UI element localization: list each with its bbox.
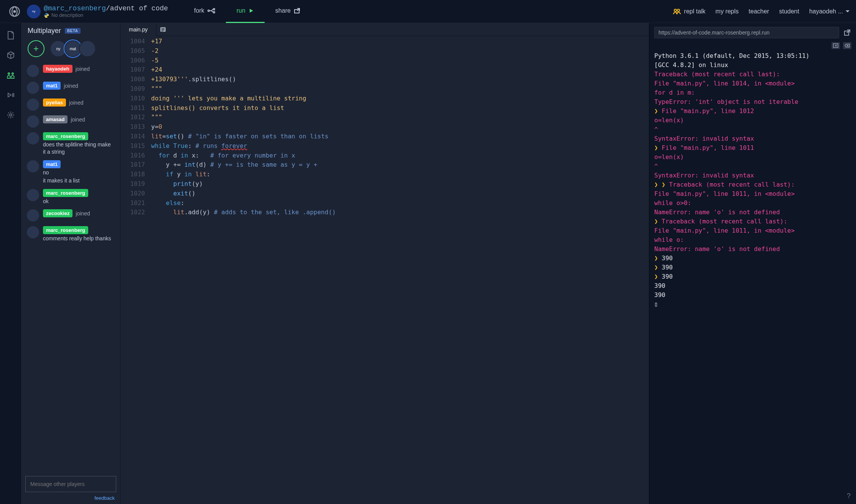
console-line: while o: [654,235,851,245]
console-line: o=len(x) [654,153,851,162]
line-number: 1016 [120,151,151,161]
user-name-badge[interactable]: mat1 [43,82,61,90]
code-line[interactable]: 1014lit=set() # "in" is faster on sets t… [120,132,649,141]
user-name-badge[interactable]: marc_rosenberg [43,226,88,234]
teacher-link[interactable]: teacher [749,8,769,15]
code-line[interactable]: 1022 lit.add(y) # adds to the set, like … [120,208,649,217]
joined-label: joined [76,210,90,217]
code-line[interactable]: 1008+130793'''.splitlines() [120,75,649,84]
svg-point-2 [208,10,209,11]
python-icon [44,13,49,18]
sidebar-title: Multiplayer [28,27,61,35]
files-icon[interactable] [6,31,15,40]
svg-rect-5 [295,10,299,13]
user-name-badge[interactable]: marc_rosenberg [43,189,88,197]
console-line: TypeError: 'int' object is not iterable [654,97,851,107]
fork-button[interactable]: fork [183,0,226,23]
line-number: 1019 [120,179,151,189]
user-name-badge[interactable]: marc_rosenberg [43,132,88,140]
run-button[interactable]: run [226,0,265,23]
student-link[interactable]: student [779,8,799,15]
console-clear-icon[interactable] [843,42,851,49]
fork-icon [207,8,215,14]
code-line[interactable]: 1005-2 [120,46,649,56]
user-name-badge[interactable]: hayaodeh [43,65,72,73]
code-line[interactable]: 1019 print(y) [120,179,649,189]
people-icon [673,8,681,15]
console-line: o=len(x) [654,116,851,125]
svg-rect-12 [161,28,165,29]
joined-label: joined [76,66,90,72]
owner-avatar-icon[interactable]: ny [27,5,41,18]
settings-icon[interactable] [6,110,15,120]
code-line[interactable]: 1020 exit() [120,189,649,199]
code-line[interactable]: 1017 y += int(d) # y += is the same as y… [120,160,649,170]
code-line[interactable]: 1015while True: # runs forever [120,141,649,151]
line-number: 1010 [120,94,151,103]
code-line[interactable]: 1013y=0 [120,122,649,132]
user-name-badge[interactable]: amasad [43,115,67,123]
user-avatar-icon [27,82,39,94]
add-player-button[interactable]: + [28,40,44,57]
user-name-badge[interactable]: pyelias [43,99,66,107]
line-number: 1018 [120,170,151,179]
code-editor[interactable]: 1004+171005-21006-51007+241008+130793'''… [120,36,649,504]
repl-talk-link[interactable]: repl talk [673,8,706,15]
svg-point-7 [677,9,680,11]
console-line: NameError: name 'o' is not defined [654,208,851,217]
console-output[interactable]: Python 3.6.1 (default, Dec 2015, 13:05:1… [650,51,856,504]
code-line[interactable]: 1012""" [120,113,649,122]
project-name: /advent of code [106,5,168,12]
editor-tab[interactable]: main.py [120,23,156,36]
code-line[interactable]: 1007+24 [120,65,649,75]
feed-item: hayaodehjoined [25,63,116,80]
share-icon [294,8,301,14]
left-rail [0,23,21,504]
message-input[interactable] [25,476,116,492]
console-line: ❯ ❯ Traceback (most recent call last): [654,180,851,189]
console-line: ❯ 390 [654,263,851,272]
code-line[interactable]: 1010doing ''' lets you make a multiline … [120,94,649,103]
project-breadcrumb[interactable]: @marc_rosenberg/advent of code [44,5,168,12]
code-line[interactable]: 1018 if y in lit: [120,170,649,179]
line-number: 1008 [120,75,151,84]
console-line: ❯ Traceback (most recent call last): [654,217,851,226]
console-line: File "main.py", line 1014, in <module> [654,79,851,88]
user-name-badge[interactable]: mat1 [43,160,61,168]
logo-icon[interactable] [6,3,23,20]
presence-avatar-icon[interactable] [79,40,96,57]
code-line[interactable]: 1021 else: [120,199,649,208]
console-line: ^ [654,125,851,134]
user-avatar-icon [27,132,39,144]
open-external-icon[interactable] [843,28,851,37]
user-avatar-icon [27,226,39,238]
header-actions: fork run share [183,0,311,23]
code-line[interactable]: 1009""" [120,84,649,94]
code-line[interactable]: 1016 for d in x: # for every number in x [120,151,649,161]
owner-handle[interactable]: @marc_rosenberg [44,5,106,12]
multiplayer-icon[interactable] [6,71,15,80]
share-button[interactable]: share [265,0,311,23]
feed-item: pyeliasjoined [25,97,116,114]
user-menu[interactable]: hayaodeh ... [809,8,850,15]
feedback-link[interactable]: feedback [21,492,120,501]
repl-url-input[interactable] [654,27,839,38]
user-name-badge[interactable]: zecookiez [43,209,72,217]
code-line[interactable]: 1011splitlines() converts it into a list [120,103,649,113]
help-icon[interactable]: ? [847,492,851,500]
presence-avatars: ny mat [50,40,96,57]
presence-row: + ny mat [21,40,120,63]
packages-icon[interactable] [6,51,15,60]
console-popout-icon[interactable] [831,42,840,49]
feed-message: it makes it a list [43,177,115,184]
file-list-icon[interactable] [156,23,170,36]
code-line[interactable]: 1006-5 [120,56,649,66]
console-line: ❯ File "main.py", line 1011 [654,143,851,153]
debugger-icon[interactable] [6,90,15,100]
joined-label: joined [69,100,83,106]
code-line[interactable]: 1004+17 [120,37,649,46]
header: ny @marc_rosenberg/advent of code No des… [0,0,856,23]
feed-message: does the splitline thing make it a strin… [43,141,115,156]
line-number: 1007 [120,65,151,75]
my-repls-link[interactable]: my repls [716,8,739,15]
